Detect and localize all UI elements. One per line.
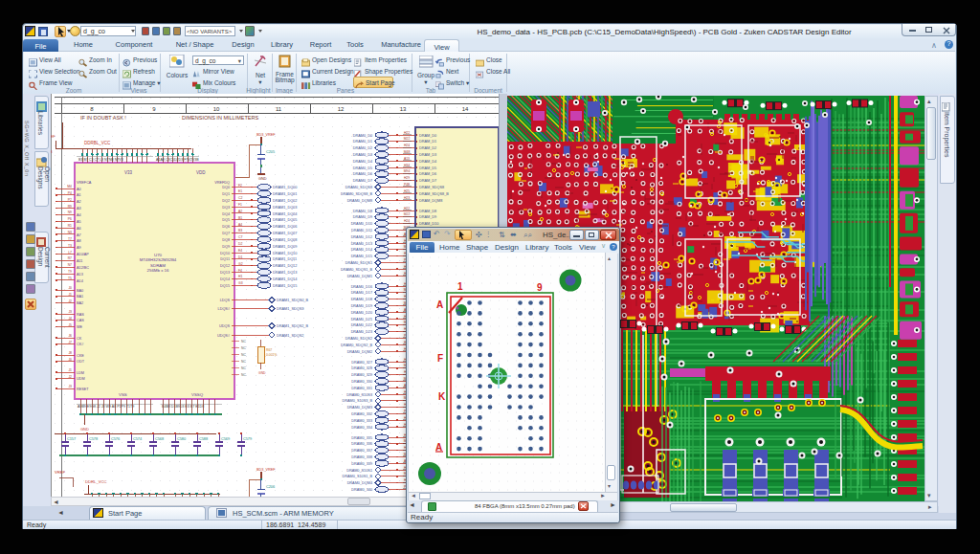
svg-text:H1: H1 [238,275,242,278]
svg-text:DRAM0_D22: DRAM0_D22 [351,323,372,327]
svg-text:DRAM0_DQM1: DRAM0_DQM1 [347,275,372,278]
svg-text:J3: J3 [68,310,72,314]
svg-text:F1: F1 [238,203,242,207]
svg-text:A1: A1 [77,193,81,197]
svg-text:DDRL_VCC: DDRL_VCC [85,479,107,484]
svg-text:DRAM0_S10S1_B: DRAM0_S10S1_B [343,475,373,478]
svg-text:NC: NC [241,360,246,364]
svg-text:DRAM0_SDQS1_B: DRAM0_SDQS1_B [341,268,372,272]
svg-text:A7: A7 [77,233,81,237]
svg-text:J0: J0 [68,286,72,290]
svg-text:DRAM0_333: DRAM0_333 [351,419,372,423]
svg-text:DRAM1_DQ04: DRAM1_DQ04 [273,212,297,216]
svg-text:U70: U70 [154,253,163,257]
svg-text:10: 10 [213,106,220,112]
svg-text:A8: A8 [77,239,81,243]
svg-text:M22: M22 [404,137,411,141]
svg-text:DRAM0_D18: DRAM0_D18 [351,298,372,301]
svg-text:DRAM0_D12: DRAM0_D12 [351,235,372,239]
svg-text:GND: GND [80,427,89,432]
svg-text:DRAM0_S10S3: DRAM0_S10S3 [346,393,372,397]
svg-text:DRAM0_D0: DRAM0_D0 [353,134,372,138]
svg-text:DRAM1_DQ15: DRAM1_DQ15 [273,284,297,288]
svg-text:UDQS: UDQS [219,324,230,328]
svg-text:VSS: VSS [119,392,127,397]
svg-text:DRAM1_DQ10: DRAM1_DQ10 [273,252,297,255]
svg-text:DQ6: DQ6 [222,225,230,229]
svg-text:C206: C206 [266,485,275,489]
svg-text:C2: C2 [238,196,242,200]
svg-text:NC: NC [241,346,246,350]
svg-text:A5: A5 [77,220,81,224]
svg-text:M4: M4 [67,185,72,188]
svg-text:DQ2: DQ2 [222,199,230,203]
svg-text:T7: T7 [68,237,72,241]
svg-text:DQ5: DQ5 [222,218,230,222]
svg-text:T9: T9 [68,270,72,274]
svg-text:DRAM0_335: DRAM0_335 [351,436,372,440]
svg-text:DRAM0_D3: DRAM0_D3 [353,153,372,157]
svg-text:D1: D1 [238,255,242,259]
svg-text:DQ3: DQ3 [222,206,230,210]
svg-text:A10/AP: A10/AP [77,253,89,256]
svg-text:DRAM1_DQ01: DRAM1_DQ01 [273,192,297,196]
svg-text:C569: C569 [221,437,230,441]
svg-text:DQ10: DQ10 [220,252,230,255]
svg-text:DRAM1_DQ08: DRAM1_DQ08 [273,238,297,242]
svg-text:M48: M48 [404,150,411,154]
svg-text:F: F [437,353,443,364]
svg-text:DRAM1_DQ05: DRAM1_DQ05 [273,218,297,222]
svg-text:ODT: ODT [77,360,85,364]
svg-text:9: 9 [537,282,543,293]
svg-text:P2: P2 [68,198,72,202]
svg-text:P48: P48 [404,183,410,187]
svg-text:SDRAM: SDRAM [150,263,166,268]
svg-text:DRAM_D6: DRAM_D6 [419,172,436,176]
svg-text:GND: GND [258,177,267,181]
svg-text:DRAM0_336: DRAM0_336 [351,442,372,446]
svg-text:DRAM0_334: DRAM0_334 [351,426,372,430]
svg-text:H34: H34 [404,164,410,167]
svg-text:DRAM1_DQ06: DRAM1_DQ06 [273,225,297,229]
svg-text:DRAM0_338: DRAM0_338 [351,455,372,459]
svg-text:C574: C574 [133,437,142,441]
svg-text:RESET: RESET [77,388,89,391]
svg-text:C580: C580 [177,437,186,441]
svg-text:DRAM_D1: DRAM_D1 [419,140,436,144]
svg-text:H25: H25 [404,189,410,193]
svg-text:J6: J6 [68,334,72,338]
svg-text:DRAM0_D23: DRAM0_D23 [351,330,372,334]
svg-text:DRAM1_DQ09: DRAM1_DQ09 [273,245,297,249]
svg-text:DRAM_D3: DRAM_D3 [419,153,436,157]
svg-text:DQ15: DQ15 [220,284,230,288]
svg-text:H23: H23 [404,196,410,200]
svg-text:N9: N9 [68,211,72,214]
svg-text:DRAM0_S10S1: DRAM0_S10S1 [346,469,372,473]
svg-text:DRAM0_327: DRAM0_327 [351,361,372,365]
svg-text:DRAM0_D17: DRAM0_D17 [351,291,372,295]
svg-text:A12/BC: A12/BC [77,266,89,270]
svg-text:DRAM0_340: DRAM0_340 [351,488,372,492]
svg-text:DRAM0_D5: DRAM0_D5 [353,166,372,170]
svg-text:DQ14: DQ14 [220,277,230,281]
svg-text:DRAM_D8: DRAM_D8 [419,210,436,213]
svg-text:DRAM0_D19: DRAM0_D19 [351,304,372,308]
svg-text:D2: D2 [238,242,242,246]
svg-text:DRAM0_D16: DRAM0_D16 [351,285,372,289]
svg-text:NC: NC [241,366,246,370]
svg-text:P4: P4 [68,191,72,195]
svg-text:DRAM0_D20: DRAM0_D20 [351,311,372,315]
svg-text:DRAM1_DQ00: DRAM1_DQ00 [273,186,297,189]
svg-text:12: 12 [338,106,345,112]
svg-text:C588: C588 [199,437,208,441]
svg-text:VDD: VDD [196,170,206,175]
svg-text:DRAM0_D9: DRAM0_D9 [353,215,372,219]
svg-text:DRAM0_328: DRAM0_328 [351,366,372,370]
svg-text:DRAM0_DQM3: DRAM0_DQM3 [347,406,372,410]
svg-text:BD3_VREF: BD3_VREF [256,133,276,137]
svg-text:J1: J1 [68,368,72,372]
svg-text:DRAM_D9: DRAM_D9 [419,215,436,219]
svg-text:DQ1: DQ1 [222,192,230,196]
svg-text:DRAM0_D2: DRAM0_D2 [353,146,372,150]
svg-text:IF IN DOUBT ASK !: IF IN DOUBT ASK ! [80,115,126,121]
